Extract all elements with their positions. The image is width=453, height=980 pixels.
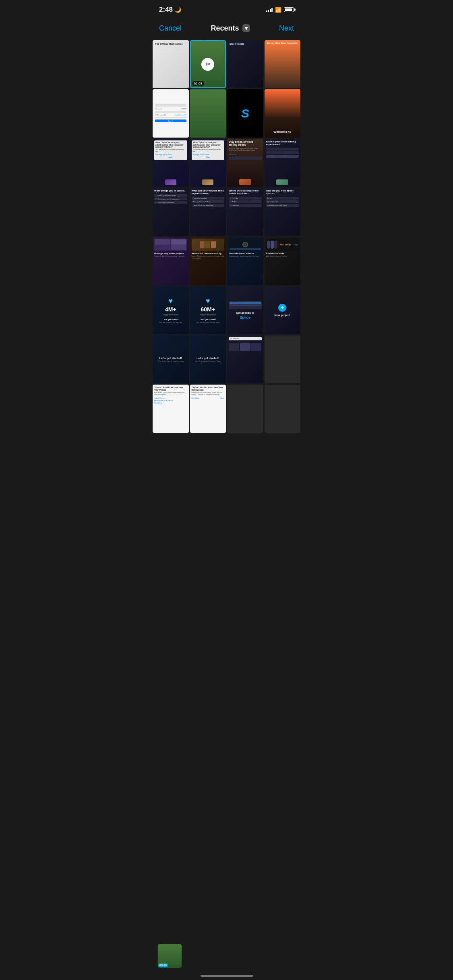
splice-s-logo: S (241, 107, 249, 120)
stay-flexible-label: Stay Flexible (229, 42, 245, 46)
nav-title: Recents ▾ (211, 24, 250, 33)
speed-label: Smooth speed effects (229, 252, 262, 255)
viewers-label: What will your viewers think of your vid… (192, 189, 225, 195)
grid-item-photos2[interactable]: "Splice" Would Like to Send You Notifica… (190, 385, 226, 432)
wifi-icon: 📶 (275, 7, 281, 13)
hear-label: How did you hear about Splice? (266, 189, 299, 195)
grid-item-trends[interactable]: Stay ahead of video editing trends Join … (227, 139, 263, 187)
grid-item-experience[interactable]: What is your video editing experience? (265, 139, 301, 187)
dropdown-button[interactable]: ▾ (242, 24, 250, 32)
grid-item-hear[interactable]: How did you hear about Splice? An ad⌄ Wo… (265, 188, 301, 236)
project-label: New project (274, 314, 290, 317)
more-label: And much more (266, 252, 299, 255)
grid-item-surfer[interactable]: Welcome to (265, 89, 301, 137)
started2-label: Let's get started! (197, 357, 219, 360)
battery-icon (284, 7, 294, 12)
grid-item-blank1 (265, 336, 301, 383)
grid-item-speed[interactable]: + Smooth speed effects Apply amazing spe… (227, 237, 263, 285)
nav-bar: Cancel Recents ▾ Next (151, 18, 302, 39)
60m-label: 60M+ (201, 306, 215, 313)
signal-bars-icon (266, 7, 273, 12)
manage-label: Manage any video project (154, 252, 187, 255)
grid-item-signin[interactable]: Password SHOW ☐ Remember Me Forgot Passw… (153, 89, 189, 137)
grid-item-started2[interactable]: Let's get started! Your first project is… (190, 336, 226, 383)
grid-item-video[interactable]: ✂ 00:09 (190, 40, 226, 88)
never-miss-label: Never Miss Your Favorites (265, 41, 300, 45)
grid-item-blank2 (227, 385, 263, 432)
status-icons: 📶 (266, 7, 294, 13)
grid-item-access[interactable]: Get access to Splice (227, 286, 263, 334)
experience-label: What is your video editing experience? (266, 140, 299, 146)
advanced-label: Advanced creative editing (192, 252, 225, 255)
welcome-label: Welcome to (266, 130, 299, 134)
grid-item-marketplace[interactable]: The Official Marketplace (153, 40, 189, 88)
grid-item-60m[interactable]: ♥ 60M+ Happy downloads Let's get started… (190, 286, 226, 334)
grid-item-video2[interactable] (190, 89, 226, 137)
brings-label: What brings you to Splice? (154, 189, 187, 192)
grid-item-tracking1[interactable]: Allow "Splice" to track your activity ac… (153, 139, 189, 187)
grid-item-never-miss[interactable]: Never Miss Your Favorites (265, 40, 301, 88)
grid-item-notsure[interactable]: Not sure yet? ○ (227, 336, 263, 383)
marketplace-label: The Official Marketplace (154, 42, 184, 46)
grid-item-started1[interactable]: Let's get started! Your first project is… (153, 336, 189, 383)
grid-item-share[interactable]: Where will you share your videos the mos… (227, 188, 263, 236)
grid-item-advanced[interactable]: Advanced creative editing Layers, Masks,… (190, 237, 226, 285)
photo-grid: The Official Marketplace ✂ 00:09 Stay Fl… (153, 40, 300, 433)
grid-item-tracking2[interactable]: Allow "Splice" to track your activity ac… (190, 139, 226, 187)
4m-label: 4M+ (165, 306, 176, 313)
grid-item-brings[interactable]: What brings you to Splice? ✓Videos for f… (153, 188, 189, 236)
started1-label: Let's get started! (159, 357, 182, 360)
grid-item-project[interactable]: + New project (265, 286, 301, 334)
grid-item-viewers[interactable]: What will your viewers think of your vid… (190, 188, 226, 236)
grid-item-stay-flexible[interactable]: Stay Flexible (227, 40, 263, 88)
grid-item-4m[interactable]: ♥ 4M+ Happy downloads Let's get started!… (153, 286, 189, 334)
status-bar: 2:48 🌙 📶 (151, 0, 302, 18)
grid-item-s-logo[interactable]: S (227, 89, 263, 137)
status-time: 2:48 (159, 6, 173, 14)
grid-container: The Official Marketplace ✂ 00:09 Stay Fl… (151, 39, 302, 473)
grid-item-manage[interactable]: Manage any video project Powerful editin… (153, 237, 189, 285)
recents-title: Recents (211, 24, 239, 33)
scissors-button[interactable]: ✂ (201, 58, 214, 71)
access-label: Splice (240, 315, 250, 319)
grid-item-photos1[interactable]: "Splice" Would Like to Access Your Photo… (153, 385, 189, 432)
trends-label: Stay ahead of video editing trends (229, 140, 262, 147)
moon-icon: 🌙 (175, 7, 181, 13)
cancel-button[interactable]: Cancel (159, 24, 182, 33)
video-duration: 00:09 (192, 81, 204, 86)
share-label: Where will you share your videos the mos… (229, 189, 262, 195)
grid-item-more[interactable]: 400+ Songs Filter And much more With Spl… (265, 237, 301, 285)
grid-item-blank3 (265, 385, 301, 432)
chevron-down-icon: ▾ (245, 25, 248, 31)
next-button[interactable]: Next (279, 24, 294, 33)
